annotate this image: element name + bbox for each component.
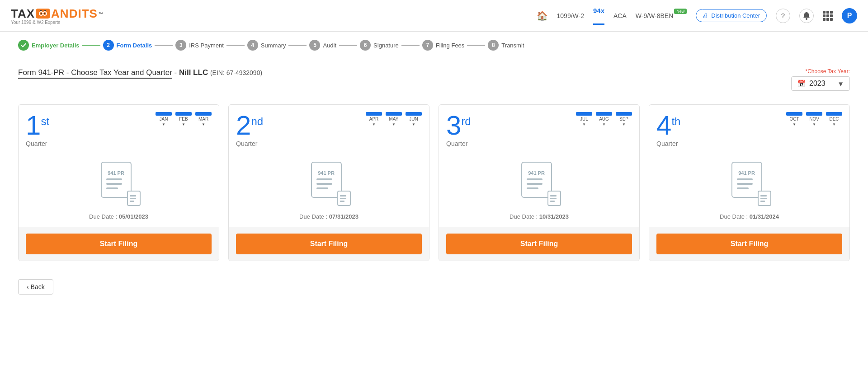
form-line-2 [106, 183, 122, 185]
month-label: AUG [599, 117, 609, 122]
form-attachment-icon [547, 191, 561, 206]
quarter-number-area: 4th Quarter [656, 112, 680, 147]
due-date-value: 05/01/2023 [119, 213, 148, 220]
step-form-details[interactable]: 2 Form Details [103, 40, 152, 51]
step-irs-payment[interactable]: 3 IRS Payment [175, 40, 224, 51]
card-body-3: 941 PR Due Date : 10/31/2023 [439, 151, 639, 227]
start-filing-button-4[interactable]: Start Filing [656, 234, 842, 254]
back-button[interactable]: ‹ Back [18, 279, 53, 295]
help-icon[interactable]: ? [776, 9, 790, 23]
month-label: JUL [580, 117, 588, 122]
logo-tax: TAX [11, 7, 35, 21]
distribution-center-button[interactable]: 🖨 Distribution Center [696, 9, 767, 22]
quarter-suffix: nd [251, 115, 263, 127]
card-header-3: 3rd Quarter JUL ▼ AUG ▼ SEP ▼ [439, 105, 639, 151]
step-audit[interactable]: 5 Audit [309, 40, 336, 51]
att-line-1 [340, 195, 346, 197]
quarter-label: Quarter [656, 140, 680, 147]
printer-icon: 🖨 [703, 12, 708, 19]
step-filing-fees[interactable]: 7 Filing Fees [422, 40, 465, 51]
start-filing-button-1[interactable]: Start Filing [26, 234, 212, 254]
month-col: FEB ▼ [175, 112, 192, 126]
nav-aca[interactable]: ACA [613, 12, 627, 19]
quarters-grid: 1st Quarter JAN ▼ FEB ▼ MAR ▼ [18, 104, 850, 261]
connector-2 [155, 45, 173, 46]
form-icon-label: 941 PR [737, 170, 757, 176]
step-summary[interactable]: 4 Summary [247, 40, 286, 51]
form-icon-label: 941 PR [527, 170, 547, 176]
month-arrow: ▼ [582, 122, 586, 126]
month-indicators: JUL ▼ AUG ▼ SEP ▼ [576, 112, 632, 126]
att-line-3 [760, 201, 765, 202]
form-attachment-icon [758, 191, 771, 206]
month-indicators: APR ▼ MAY ▼ JUN ▼ [366, 112, 422, 126]
card-header-2: 2nd Quarter APR ▼ MAY ▼ JUN ▼ [229, 105, 429, 151]
step-3-circle: 3 [175, 40, 186, 51]
step-transmit[interactable]: 8 Transmit [488, 40, 524, 51]
month-label: APR [369, 117, 379, 122]
quarter-number-area: 1st Quarter [26, 112, 49, 147]
month-col: MAR ▼ [195, 112, 212, 126]
quarter-number: 1st [26, 110, 49, 140]
att-line-3 [130, 201, 135, 202]
form-line-3 [737, 187, 749, 189]
ein-area: (EIN: 67-4932090) [210, 69, 262, 76]
quarter-number: 4th [656, 110, 680, 140]
due-date-value: 01/31/2024 [750, 213, 779, 220]
due-date-row: Due Date : 05/01/2023 [89, 213, 148, 220]
logo-area: TAX ANDITS ™ Your 1099 & W2 Experts [11, 7, 103, 25]
svg-point-6 [806, 18, 807, 20]
card-header-4: 4th Quarter OCT ▼ NOV ▼ DEC ▼ [649, 105, 849, 151]
month-arrow: ▼ [412, 122, 415, 126]
month-label: SEP [619, 117, 628, 122]
connector-6 [401, 45, 420, 46]
nav-right: 🏠 1099/W-2 94x ACA W-9/W-8BEN New 🖨 Dist… [537, 7, 857, 25]
month-arrow: ▼ [793, 122, 796, 126]
connector-1 [82, 45, 100, 46]
nav-94x[interactable]: 94x [593, 7, 604, 25]
apps-icon[interactable] [823, 11, 833, 21]
card-header-top: 2nd Quarter APR ▼ MAY ▼ JUN ▼ [236, 112, 422, 147]
att-line-1 [130, 195, 136, 197]
att-line-2 [340, 198, 346, 199]
quarter-number-area: 3rd Quarter [446, 112, 471, 147]
company-dash: - [175, 68, 179, 77]
start-filing-button-2[interactable]: Start Filing [236, 234, 422, 254]
step-signature[interactable]: 6 Signature [360, 40, 399, 51]
stepper: Employer Details 2 Form Details 3 IRS Pa… [0, 32, 868, 59]
month-arrow: ▼ [622, 122, 626, 126]
month-bar [366, 112, 382, 116]
quarter-number-area: 2nd Quarter [236, 112, 263, 147]
home-icon[interactable]: 🏠 [537, 10, 548, 21]
att-line-2 [760, 198, 767, 199]
month-label: MAY [389, 117, 399, 122]
due-date-value: 07/31/2023 [329, 213, 359, 220]
start-filing-button-3[interactable]: Start Filing [446, 234, 632, 254]
step-employer-details[interactable]: Employer Details [18, 40, 80, 51]
tax-year-value: 2023 [809, 80, 826, 88]
month-arrow: ▼ [162, 122, 165, 126]
form-line-1 [106, 178, 122, 180]
form-line-3 [527, 187, 538, 189]
connector-5 [339, 45, 357, 46]
att-line-1 [760, 195, 767, 197]
month-col: APR ▼ [366, 112, 382, 126]
month-label: JUN [409, 117, 418, 122]
card-body-2: 941 PR Due Date : 07/31/2023 [229, 151, 429, 227]
form-line-2 [737, 183, 753, 185]
bell-icon[interactable] [799, 9, 814, 23]
month-indicators: OCT ▼ NOV ▼ DEC ▼ [786, 112, 842, 126]
logo-subtitle: Your 1099 & W2 Experts [11, 20, 60, 25]
quarter-suffix: rd [461, 115, 471, 127]
att-line-1 [550, 195, 557, 197]
tax-year-select[interactable]: 📅 2023 ▼ [791, 76, 850, 91]
step-4-label: Summary [261, 42, 286, 49]
step-2-label: Form Details [117, 42, 152, 49]
nav-w9w8ben[interactable]: W-9/W-8BEN New [636, 12, 687, 19]
nav-1099w2[interactable]: 1099/W-2 [557, 12, 584, 19]
due-date-row: Due Date : 10/31/2023 [509, 213, 569, 220]
month-bar [596, 112, 612, 116]
step-6-circle: 6 [360, 40, 371, 51]
avatar[interactable]: P [842, 8, 857, 23]
step-6-label: Signature [373, 42, 399, 49]
